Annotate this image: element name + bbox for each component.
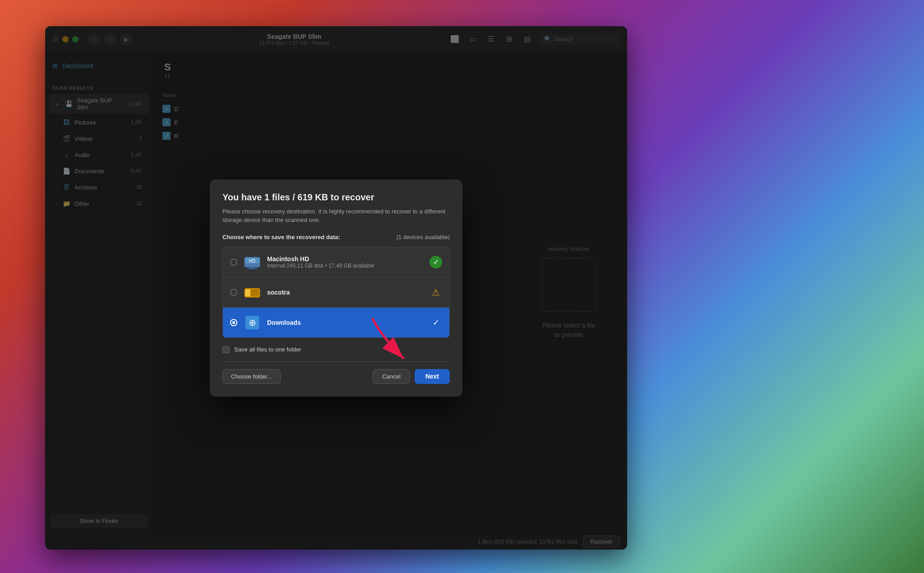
svg-text:⊕: ⊕	[249, 318, 256, 328]
choose-folder-button[interactable]: Choose folder...	[222, 369, 281, 384]
svg-rect-1	[245, 263, 260, 267]
device-info: socotra	[267, 289, 423, 296]
modal-buttons: Choose folder... Cancel Next	[222, 361, 450, 384]
socotra-icon	[244, 284, 261, 301]
device-name: Downloads	[267, 319, 423, 326]
device-item-downloads[interactable]: ⊕ Downloads ✓	[223, 308, 449, 337]
choose-label-text: Choose where to save the recovered data:	[222, 234, 340, 240]
device-name: Macintosh HD	[267, 255, 423, 263]
save-one-folder-label: Save all files to one folder	[234, 346, 301, 353]
device-item-socotra[interactable]: socotra ⚠	[223, 277, 449, 308]
device-info: Downloads	[267, 319, 423, 326]
modal-title: You have 1 files / 619 KB to recover	[222, 192, 450, 203]
app-window: ‹ › ▶ Seagate BUP Slim 11.872 files / 2,…	[45, 26, 627, 550]
next-button[interactable]: Next	[415, 369, 450, 384]
device-status-check: ✓	[430, 316, 442, 329]
device-item-macintosh-hd[interactable]: HD Macintosh HD Internal 245,11 GB disk …	[223, 247, 449, 277]
device-radio[interactable]	[230, 289, 237, 296]
device-list: HD Macintosh HD Internal 245,11 GB disk …	[222, 247, 450, 338]
svg-rect-7	[251, 289, 259, 296]
device-status-ok: ✓	[430, 256, 442, 268]
recovery-modal: You have 1 files / 619 KB to recover Ple…	[210, 180, 462, 397]
device-name: socotra	[267, 289, 423, 296]
device-detail: Internal 245,11 GB disk • 17,48 GB avail…	[267, 263, 423, 269]
device-status-warn: ⚠	[430, 286, 442, 299]
modal-footer-options: Save all files to one folder	[222, 346, 450, 353]
device-info: Macintosh HD Internal 245,11 GB disk • 1…	[267, 255, 423, 269]
modal-choose-label: Choose where to save the recovered data:…	[222, 234, 450, 240]
macintosh-hd-icon: HD	[244, 254, 261, 271]
modal-subtitle: Please choose recovery destination. It i…	[222, 207, 450, 225]
downloads-icon: ⊕	[244, 314, 261, 331]
device-radio[interactable]	[230, 259, 237, 266]
svg-rect-3	[247, 268, 257, 269]
modal-overlay: You have 1 files / 619 KB to recover Ple…	[45, 26, 627, 550]
svg-text:HD: HD	[249, 259, 255, 263]
devices-count: (1 devices available)	[396, 234, 450, 240]
save-one-folder-checkbox[interactable]	[222, 346, 230, 353]
device-radio-selected[interactable]	[230, 319, 237, 326]
modal-right-buttons: Cancel Next	[373, 369, 450, 384]
cancel-button[interactable]: Cancel	[373, 369, 410, 384]
svg-rect-6	[245, 289, 250, 296]
